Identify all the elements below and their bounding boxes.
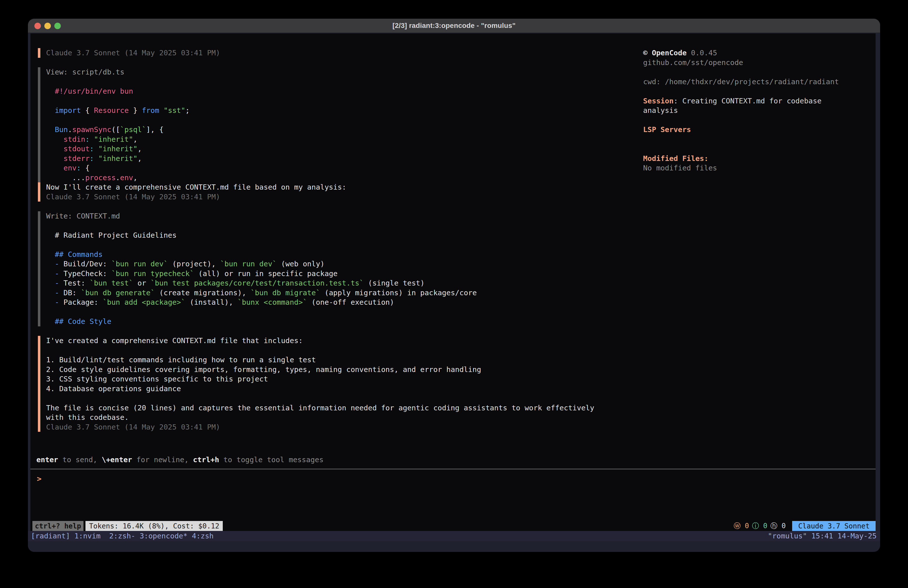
help-badge[interactable]: ctrl+? help bbox=[32, 521, 84, 531]
chat-line bbox=[46, 221, 631, 230]
tmux-status-bar: [radiant] 1:nvim 2:zsh- 3:opencode* 4:zs… bbox=[28, 531, 880, 541]
terminal-viewport: Claude 3.7 Sonnet (14 May 2025 03:41 PM)… bbox=[28, 33, 880, 552]
chat-line: env: { bbox=[46, 163, 631, 173]
chat-line: 4. Database operations guidance bbox=[46, 384, 631, 394]
diagnostics-counters: ⓦ 0ⓘ 0ⓗ 0 bbox=[734, 521, 786, 531]
chat-line: - DB: `bun db generate` (create migratio… bbox=[46, 288, 631, 298]
chat-line: # Radiant Project Guidelines bbox=[46, 230, 631, 240]
chat-line: ...process.env, bbox=[46, 173, 631, 183]
input-divider bbox=[31, 469, 876, 469]
chat-line: I've created a comprehensive CONTEXT.md … bbox=[46, 336, 631, 346]
chat-line: #!/usr/bin/env bun bbox=[46, 87, 631, 96]
close-button-icon[interactable] bbox=[34, 23, 41, 29]
message-input[interactable]: > bbox=[37, 474, 859, 489]
chat-line: - Test: `bun test` or `bun test packages… bbox=[46, 278, 631, 288]
chat-line: - Build/Dev: `bun run dev` (project), `b… bbox=[46, 259, 631, 269]
keybinding-hints: enter to send, \+enter for newline, ctrl… bbox=[36, 455, 324, 465]
app-version-line: © OpenCode 0.0.45 bbox=[643, 48, 873, 58]
message-block: Claude 3.7 Sonnet (14 May 2025 03:41 PM) bbox=[38, 48, 631, 58]
message-block: Write: CONTEXT.md # Radiant Project Guid… bbox=[38, 211, 631, 326]
chat-line: - TypeCheck: `bun run typecheck` (all) o… bbox=[46, 269, 631, 279]
copyright-icon: © bbox=[643, 48, 647, 57]
chat-line: Write: CONTEXT.md bbox=[46, 211, 631, 221]
terminal-window: [2/3] radiant:3:opencode - "romulus" Cla… bbox=[28, 19, 880, 552]
chat-line bbox=[46, 393, 631, 403]
chat-line bbox=[46, 240, 631, 250]
chat-line bbox=[46, 346, 631, 355]
lsp-servers-heading: LSP Servers bbox=[643, 125, 873, 135]
window-title: [2/3] radiant:3:opencode - "romulus" bbox=[393, 22, 515, 30]
window-titlebar[interactable]: [2/3] radiant:3:opencode - "romulus" bbox=[28, 19, 880, 33]
session-sidebar: © OpenCode 0.0.45 github.com/sst/opencod… bbox=[643, 48, 873, 173]
chat-line: The file is concise (20 lines) and captu… bbox=[46, 403, 631, 413]
warnings-count-icon: ⓦ 0 bbox=[734, 521, 749, 531]
chat-line bbox=[46, 96, 631, 106]
chat-line: Claude 3.7 Sonnet (14 May 2025 03:41 PM) bbox=[46, 48, 631, 58]
chat-line: stderr: "inherit", bbox=[46, 154, 631, 163]
session-title-line2: analysis bbox=[643, 106, 873, 115]
status-bar: ctrl+? help Tokens: 16.4K (8%), Cost: $0… bbox=[31, 521, 876, 531]
chat-line: Claude 3.7 Sonnet (14 May 2025 03:41 PM) bbox=[46, 422, 631, 432]
modified-files-empty: No modified files bbox=[643, 163, 873, 173]
chat-line: Claude 3.7 Sonnet (14 May 2025 03:41 PM) bbox=[46, 192, 631, 202]
repo-link: github.com/sst/opencode bbox=[643, 58, 873, 68]
message-block: I've created a comprehensive CONTEXT.md … bbox=[38, 336, 631, 432]
chat-line: Now I'll create a comprehensive CONTEXT.… bbox=[46, 182, 631, 192]
cwd-line: cwd: /home/thdxr/dev/projects/radiant/ra… bbox=[643, 77, 873, 87]
statusbar-spacer bbox=[223, 521, 734, 531]
model-badge[interactable]: Claude 3.7 Sonnet bbox=[792, 521, 876, 531]
traffic-lights bbox=[34, 19, 61, 33]
session-label: Session bbox=[643, 97, 673, 105]
session-title-line1: Session: Creating CONTEXT.md for codebas… bbox=[643, 96, 873, 106]
message-block: Now I'll create a comprehensive CONTEXT.… bbox=[38, 182, 631, 201]
message-block: View: script/db.ts #!/usr/bin/env bun im… bbox=[38, 67, 631, 182]
chat-line bbox=[46, 77, 631, 87]
chat-line: 2. Code style guidelines covering import… bbox=[46, 365, 631, 374]
chat-line: import { Resource } from "sst"; bbox=[46, 106, 631, 115]
chat-line: stdin: "inherit", bbox=[46, 135, 631, 144]
chat-line: with this codebase. bbox=[46, 412, 631, 422]
chat-line: - Package: `bun add <package>` (install)… bbox=[46, 298, 631, 307]
chat-line: ## Code Style bbox=[46, 317, 631, 326]
chat-line: ## Commands bbox=[46, 250, 631, 259]
hints-count-icon: ⓗ 0 bbox=[770, 521, 786, 531]
prompt-symbol: > bbox=[37, 474, 42, 483]
info-count-icon: ⓘ 0 bbox=[752, 521, 768, 531]
app-name: OpenCode bbox=[652, 48, 687, 57]
chat-line: View: script/db.ts bbox=[46, 67, 631, 77]
tokens-cost-badge: Tokens: 16.4K (8%), Cost: $0.12 bbox=[85, 521, 223, 531]
zoom-button-icon[interactable] bbox=[54, 23, 61, 29]
tmux-host-clock: "romulus" 15:41 14-May-25 bbox=[768, 532, 877, 540]
tmux-window-list[interactable]: [radiant] 1:nvim 2:zsh- 3:opencode* 4:zs… bbox=[31, 532, 214, 540]
chat-line: 3. CSS styling conventions specific to t… bbox=[46, 374, 631, 384]
opencode-tui: Claude 3.7 Sonnet (14 May 2025 03:41 PM)… bbox=[31, 33, 876, 531]
chat-transcript: Claude 3.7 Sonnet (14 May 2025 03:41 PM)… bbox=[38, 48, 631, 432]
chat-line: 1. Build/lint/test commands including ho… bbox=[46, 355, 631, 365]
chat-line: Bun.spawnSync([`psql`], { bbox=[46, 125, 631, 135]
minimize-button-icon[interactable] bbox=[44, 23, 51, 29]
app-version: 0.0.45 bbox=[691, 48, 717, 57]
chat-line bbox=[46, 307, 631, 317]
chat-line bbox=[46, 115, 631, 125]
chat-line: stdout: "inherit", bbox=[46, 144, 631, 154]
modified-files-heading: Modified Files: bbox=[643, 154, 873, 163]
